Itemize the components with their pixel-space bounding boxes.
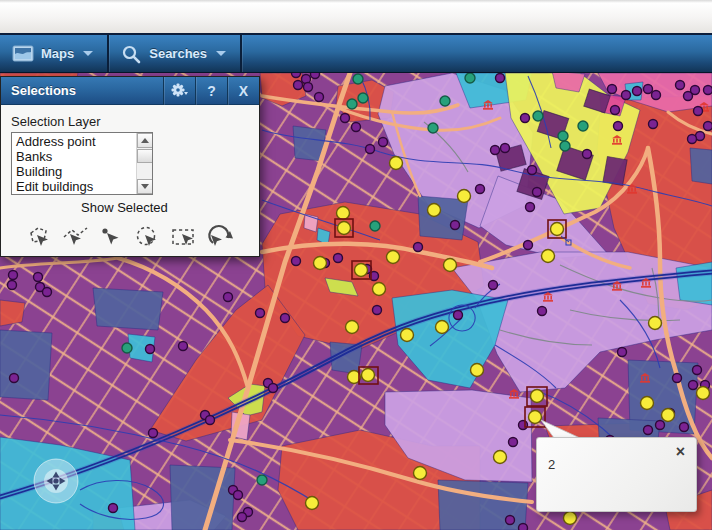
close-callout-button[interactable]: × [676,444,685,460]
layer-option[interactable]: Edit buildings [12,179,135,194]
map-point-purple[interactable] [269,384,278,393]
selected-map-point[interactable] [338,222,351,235]
map-point-purple[interactable] [501,144,510,153]
selected-map-point[interactable] [529,411,542,424]
map-point-purple[interactable] [633,87,642,96]
map-point-teal[interactable] [428,123,438,133]
map-point-purple[interactable] [538,307,547,316]
listbox-scrollbar[interactable] [136,133,152,194]
map-point-purple[interactable] [9,271,18,280]
map-point-purple[interactable] [694,107,703,116]
map-point-purple[interactable] [379,138,388,147]
map-point-purple[interactable] [680,423,689,432]
map-point-teal[interactable] [347,99,357,109]
map-point-purple[interactable] [614,122,623,131]
searches-menu-button[interactable]: Searches [109,35,240,72]
layer-option[interactable]: Building [12,164,135,179]
map-point-purple[interactable] [656,421,665,430]
map-point-purple[interactable] [519,524,528,530]
map-point-yellow[interactable] [401,329,414,342]
map-point-purple[interactable] [533,188,542,197]
map-point-purple[interactable] [521,114,530,123]
layer-option[interactable]: Address point [12,134,135,149]
map-point-yellow[interactable] [373,283,386,296]
map-point-purple[interactable] [684,92,693,101]
map-point-purple[interactable] [704,122,712,131]
map-point-yellow[interactable] [390,157,403,170]
map-point-teal[interactable] [440,96,450,106]
selected-map-point[interactable] [362,369,375,382]
line-select-button[interactable] [59,221,93,255]
map-point-purple[interactable] [238,513,247,522]
selection-layer-listbox[interactable]: Address pointBanksBuildingEdit buildings [11,132,153,195]
map-point-purple[interactable] [509,438,518,447]
scrollbar-thumb[interactable] [137,149,153,163]
map-point-purple[interactable] [454,311,463,320]
map-point-purple[interactable] [149,429,158,438]
map-point-purple[interactable] [476,185,485,194]
map-point-purple[interactable] [622,91,631,100]
map-point-purple[interactable] [206,416,215,425]
map-point-yellow[interactable] [542,250,555,263]
map-point-purple[interactable] [693,366,702,375]
map-point-purple[interactable] [528,166,537,175]
map-point-purple[interactable] [524,241,533,250]
map-point-purple[interactable] [304,83,313,92]
map-point-purple[interactable] [644,426,653,435]
map-point-teal[interactable] [122,343,132,353]
map-point-teal[interactable] [558,131,568,141]
map-point-yellow[interactable] [346,321,359,334]
map-point-teal[interactable] [465,73,475,83]
close-panel-button[interactable]: X [227,77,259,105]
map-point-purple[interactable] [341,114,350,123]
map-point-yellow[interactable] [649,317,662,330]
scroll-up-button[interactable] [137,133,153,148]
map-point-yellow[interactable] [444,259,457,272]
map-point-purple[interactable] [292,257,301,266]
map-point-yellow[interactable] [436,321,449,334]
map-point-purple[interactable] [519,421,528,430]
map-point-purple[interactable] [689,381,698,390]
scroll-down-button[interactable] [137,179,153,194]
map-point-teal[interactable] [578,121,588,131]
map-point-purple[interactable] [34,273,43,282]
selected-map-point[interactable] [551,223,564,236]
map-point-purple[interactable] [10,374,19,383]
show-selected-link[interactable]: Show Selected [81,200,249,215]
map-point-purple[interactable] [676,81,685,90]
map-point-yellow[interactable] [471,364,484,377]
map-point-purple[interactable] [373,306,382,315]
map-point-purple[interactable] [688,135,697,144]
map-point-teal[interactable] [358,93,368,103]
map-point-yellow[interactable] [314,257,327,270]
map-point-yellow[interactable] [494,451,507,464]
map-point-purple[interactable] [109,504,118,513]
map-point-yellow[interactable] [662,409,675,422]
map-point-purple[interactable] [704,86,712,95]
map-point-teal[interactable] [257,475,267,485]
rectangle-select-button[interactable] [167,221,201,255]
map-point-purple[interactable] [334,254,343,263]
map-point-purple[interactable] [224,293,233,302]
selected-map-point[interactable] [355,264,368,277]
map-point-yellow[interactable] [458,190,471,203]
map-point-purple[interactable] [491,146,500,155]
map-point-purple[interactable] [649,120,658,129]
selected-map-point[interactable] [531,390,544,403]
map-point-purple[interactable] [294,81,303,90]
settings-button[interactable] [163,77,195,105]
map-point-teal[interactable] [353,74,363,84]
map-point-purple[interactable] [315,93,324,102]
map-point-purple[interactable] [179,342,188,351]
map-point-purple[interactable] [489,281,498,290]
map-point-purple[interactable] [526,203,535,212]
map-point-purple[interactable] [234,491,243,500]
map-point-yellow[interactable] [564,512,577,525]
map-point-purple[interactable] [496,74,505,83]
map-point-purple[interactable] [608,85,617,94]
map-point-purple[interactable] [352,123,361,132]
map-point-purple[interactable] [451,221,460,230]
map-point-purple[interactable] [611,106,620,115]
map-point-yellow[interactable] [337,207,350,220]
map-point-purple[interactable] [414,243,423,252]
